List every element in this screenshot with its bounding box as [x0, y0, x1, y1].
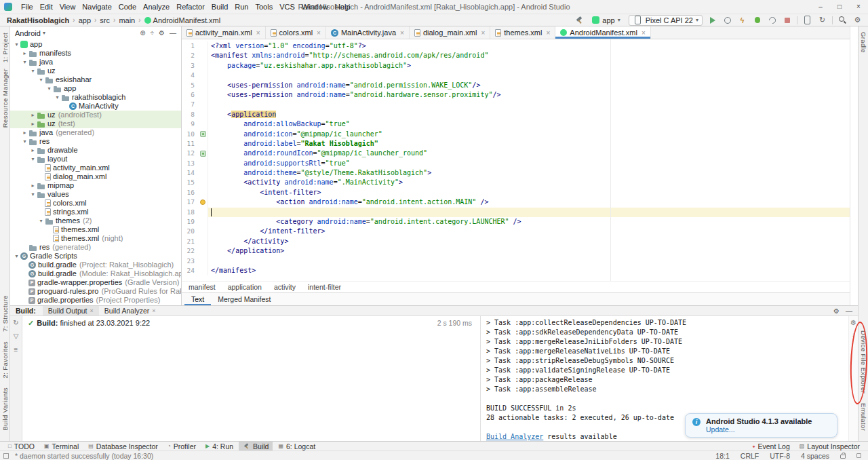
build-hammer-icon[interactable]: [575, 16, 584, 24]
editor-tab-dialog-main-xml[interactable]: dialog_main.xml×: [410, 26, 490, 39]
editor-tab-activity-main-xml[interactable]: activity_main.xml×: [182, 26, 266, 39]
notifications-icon[interactable]: [856, 453, 861, 458]
code-text[interactable]: <manifest xmlns:android="http://schemas.…: [208, 51, 850, 60]
editor-tab-androidmanifest-xml[interactable]: AndroidManifest.xml×: [555, 26, 651, 39]
code-text[interactable]: </activity>: [208, 237, 850, 246]
menu-edit[interactable]: Edit: [37, 3, 56, 11]
close-icon[interactable]: ×: [400, 29, 404, 37]
status-message[interactable]: * daemon started successfully (today 16:…: [15, 452, 153, 460]
code-text[interactable]: <intent-filter>: [208, 188, 850, 197]
line-separator-widget[interactable]: CRLF: [741, 452, 759, 460]
xml-breadcrumb-manifest[interactable]: manifest: [189, 283, 216, 291]
code-text[interactable]: <application: [208, 110, 850, 119]
tree-item-rakathisoblagich[interactable]: ▾rakathisoblagich: [10, 93, 181, 102]
view-tab-text[interactable]: Text: [184, 293, 211, 305]
code-text[interactable]: android:allowBackup="true": [208, 119, 850, 129]
minimize-button[interactable]: –: [811, 0, 830, 14]
tool-button-build[interactable]: Build: [239, 442, 273, 451]
debug-icon[interactable]: [752, 15, 762, 25]
build-settings-icon[interactable]: ⚙: [850, 319, 856, 326]
sync-gradle-icon[interactable]: ↻: [817, 15, 827, 25]
editor-tab-mainactivity-java[interactable]: CMainActivity.java×: [326, 26, 410, 39]
close-icon[interactable]: ×: [546, 29, 550, 37]
device-select[interactable]: Pixel C API 22▾: [629, 15, 703, 26]
tree-toggle-icon[interactable]: ▾: [13, 40, 20, 49]
xml-breadcrumb-application[interactable]: application: [228, 283, 262, 291]
view-tab-merged-manifest[interactable]: Merged Manifest: [211, 293, 277, 305]
close-button[interactable]: ×: [849, 0, 868, 14]
tree-item-gradle-wrapper-properties-gradle-version[interactable]: Pgradle-wrapper.properties(Gradle Versio…: [10, 278, 181, 287]
code-text[interactable]: android:roundIcon="@mipmap/ic_launcher_r…: [208, 149, 850, 158]
tree-item-app[interactable]: ▾app: [10, 84, 181, 93]
tree-item-values[interactable]: ▾values: [10, 190, 181, 199]
code-text[interactable]: [208, 100, 850, 109]
dock-button-1-project[interactable]: 1: Project: [1, 33, 9, 62]
tree-item-build-gradle-project-rakat-hisoblagich[interactable]: Gbuild.gradle(Project: Rakat_Hisoblagich…: [10, 261, 181, 269]
tree-item-themes-xml-night[interactable]: themes.xml(night): [10, 234, 181, 243]
restart-build-icon[interactable]: ↻: [13, 319, 18, 326]
code-text[interactable]: package="uz.eskishahar.app.rakathisoblag…: [208, 61, 850, 71]
tool-button-layout-inspector[interactable]: ▧Layout Inspector: [795, 442, 864, 451]
tree-toggle-icon[interactable]: ▾: [29, 155, 37, 164]
code-text[interactable]: <?xml version="1.0" encoding="utf-8"?>: [208, 41, 850, 51]
tree-item-themes-xml[interactable]: themes.xml: [10, 225, 181, 234]
menu-view[interactable]: View: [56, 3, 79, 11]
menu-run[interactable]: Run: [231, 3, 252, 11]
menu-build[interactable]: Build: [208, 3, 231, 11]
menu-help[interactable]: Help: [332, 3, 354, 11]
tree-toggle-icon[interactable]: ▾: [37, 216, 45, 225]
search-icon[interactable]: [837, 15, 848, 25]
tree-item-res-generated[interactable]: res(generated): [10, 243, 181, 252]
code-text[interactable]: [208, 208, 850, 217]
xml-breadcrumb-activity[interactable]: activity: [274, 283, 296, 291]
code-text[interactable]: android:supportsRtl="true": [208, 159, 850, 168]
tool-button-terminal[interactable]: ▣Terminal: [40, 442, 83, 451]
dock-button-gradle[interactable]: Gradle: [860, 32, 867, 53]
breadcrumb-rakathisoblagich[interactable]: RakatHisoblagich: [5, 16, 71, 24]
close-icon[interactable]: ×: [256, 29, 260, 37]
breadcrumb-app[interactable]: app: [77, 16, 92, 24]
dock-button-7-structure[interactable]: 7: Structure: [1, 295, 9, 332]
locate-file-icon[interactable]: ⊕: [140, 29, 145, 37]
editor-scrollbar[interactable]: [850, 26, 858, 305]
project-view-selector[interactable]: Android ▾: [15, 29, 45, 37]
tree-item-manifests[interactable]: ▸manifests: [10, 49, 181, 58]
editor[interactable]: 1<?xml version="1.0" encoding="utf-8"?>2…: [182, 39, 850, 281]
indent-widget[interactable]: 4 spaces: [801, 452, 829, 460]
update-link[interactable]: Update...: [706, 425, 735, 434]
settings-icon[interactable]: ⚙: [852, 15, 863, 25]
code-text[interactable]: [208, 256, 850, 266]
breadcrumb-src[interactable]: src: [98, 16, 111, 24]
stop-icon[interactable]: [782, 15, 792, 25]
tree-item-drawable[interactable]: ▸drawable: [10, 146, 181, 155]
close-icon[interactable]: ×: [90, 307, 94, 314]
code-text[interactable]: <uses-permission android:name="android.p…: [208, 81, 850, 90]
tree-item-eskishahar[interactable]: ▾eskishahar: [10, 75, 181, 84]
tree-toggle-icon[interactable]: ▾: [45, 84, 53, 93]
filter-icon[interactable]: ▽: [14, 332, 19, 340]
dock-button-resource-manager[interactable]: Resource Manager: [1, 69, 9, 128]
intention-bulb-icon[interactable]: [200, 199, 205, 205]
close-icon[interactable]: ×: [317, 29, 321, 37]
editor-tab-themes-xml[interactable]: themes.xml×: [490, 26, 555, 39]
tree-item-themes-2[interactable]: ▾themes(2): [10, 216, 181, 225]
tree-item-uz[interactable]: ▾uz: [10, 66, 181, 75]
code-text[interactable]: </manifest>: [208, 266, 850, 275]
menu-code[interactable]: Code: [115, 3, 140, 11]
tree-toggle-icon[interactable]: ▾: [29, 66, 37, 75]
dock-button-device-file-explorer[interactable]: Device File Explorer: [860, 330, 867, 394]
scroll-to-end-icon[interactable]: ↓: [852, 331, 855, 339]
tree-toggle-icon[interactable]: ▸: [29, 146, 37, 155]
tree-toggle-icon[interactable]: ▾: [21, 137, 28, 146]
code-text[interactable]: </application>: [208, 246, 850, 256]
close-icon[interactable]: ×: [642, 29, 646, 37]
tree-item-mainactivity[interactable]: CMainActivity: [10, 102, 181, 111]
code-text[interactable]: <action android:name="android.intent.act…: [208, 197, 850, 207]
settings-icon[interactable]: ⚙: [833, 307, 840, 315]
tree-item-app[interactable]: ▾app: [10, 40, 181, 49]
build-tab-build-output[interactable]: Build Output×: [43, 306, 99, 315]
hide-icon[interactable]: —: [846, 307, 852, 315]
code-text[interactable]: android:label="Rakat Hisoblagich": [208, 139, 850, 149]
tree-item-activity-main-xml[interactable]: activity_main.xml: [10, 164, 181, 172]
close-icon[interactable]: ×: [481, 29, 485, 37]
